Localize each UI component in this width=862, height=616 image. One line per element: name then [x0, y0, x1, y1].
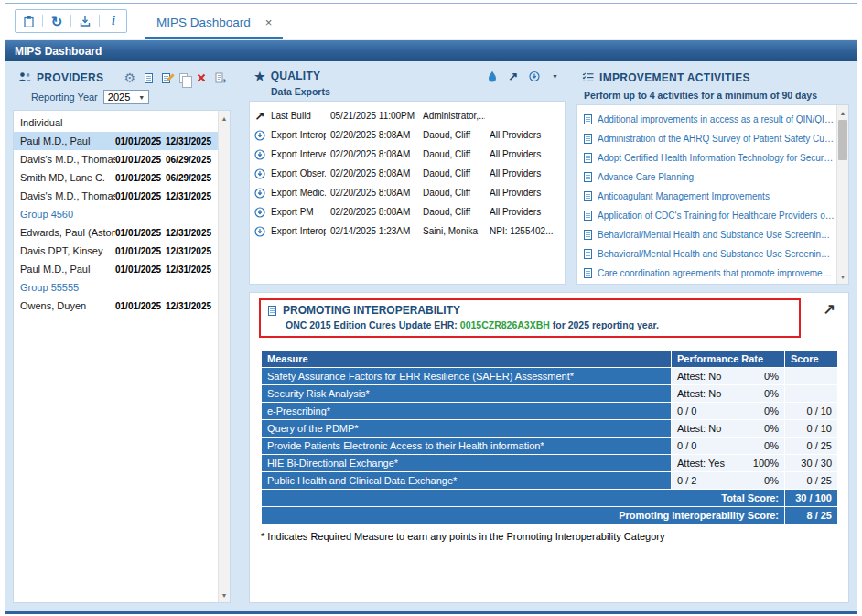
providers-scrollbar[interactable]: ▲ ▼	[218, 111, 230, 602]
export-row[interactable]: Export Interve... 02/20/2025 8:08AM Daou…	[253, 145, 561, 164]
measure-pct: 0%	[764, 423, 779, 434]
toolbar-separator	[99, 15, 100, 27]
export-name: Export Obser...	[271, 168, 326, 178]
activity-item[interactable]: Adopt Certified Health Information Techn…	[584, 148, 835, 168]
activity-item[interactable]: Behavioral/Mental Health and Substance U…	[584, 244, 835, 264]
provider-group-row[interactable]: Group 55555	[14, 278, 218, 297]
delete-x-icon[interactable]	[197, 73, 206, 82]
export-icon	[253, 130, 266, 141]
export-row[interactable]: Export PM 02/20/2025 8:08AM Daoud, Cliff…	[253, 202, 561, 222]
export-date: 02/20/2025 8:08AM	[330, 207, 418, 217]
ehr-line-prefix: ONC 2015 Edition Cures Update EHR:	[286, 319, 458, 330]
measure-rate: Attest: No	[677, 371, 721, 382]
activities-scrollbar[interactable]: ▲ ▼	[836, 105, 848, 284]
activity-link: Application of CDC's Training for Health…	[598, 211, 835, 221]
tab-mips-dashboard[interactable]: MIPS Dashboard ×	[145, 8, 283, 39]
provider-row-selected[interactable]: Paul M.D., Paul 01/01/2025 12/31/2025	[14, 132, 218, 150]
reporting-year-select[interactable]: 2025 ▼	[103, 90, 149, 104]
activity-item[interactable]: Application of CDC's Training for Health…	[584, 206, 835, 225]
col-score: Score	[785, 351, 838, 368]
report-icon[interactable]	[215, 72, 227, 83]
scroll-up-icon[interactable]: ▲	[837, 106, 848, 119]
activity-item[interactable]: Advance Care Planning	[584, 168, 835, 187]
provider-name: Paul M.D., Paul	[20, 264, 115, 275]
new-document-icon[interactable]	[145, 73, 153, 83]
clipboard-icon[interactable]	[21, 14, 36, 28]
measure-rate: 0 / 0	[677, 440, 696, 451]
export-row[interactable]: Export Interop... 02/14/2025 1:23AM Sain…	[253, 222, 561, 241]
scrollbar-thumb[interactable]	[838, 120, 847, 160]
activity-link: Anticoagulant Management Improvements	[598, 191, 770, 201]
provider-name: Individual	[20, 117, 115, 128]
provider-row[interactable]: Owens, Duyen 01/01/2025 12/31/2025	[14, 297, 218, 315]
activity-item[interactable]: Care coordination agreements that promot…	[584, 264, 835, 283]
provider-start-date: 01/01/2025	[115, 301, 166, 311]
provider-row[interactable]: Davis's M.D., Thomas 01/01/2025 06/29/20…	[14, 150, 218, 168]
export-scope: All Providers	[490, 168, 561, 178]
measure-score: 0 / 25	[785, 472, 838, 490]
provider-end-date: 06/29/2025	[166, 173, 216, 183]
droplet-icon[interactable]	[488, 70, 497, 82]
expand-arrow-icon[interactable]: ↗	[508, 70, 518, 82]
measure-name: Provide Patients Electronic Access to th…	[262, 438, 672, 455]
export-scope: All Providers	[490, 207, 561, 217]
pi-measure-row: Security Risk Analysis* Attest: No0%	[262, 385, 838, 403]
provider-start-date: 01/01/2025	[115, 155, 166, 165]
quality-subtitle: Data Exports	[249, 86, 566, 101]
info-icon[interactable]: i	[106, 14, 121, 28]
export-row[interactable]: Export Obser... 02/20/2025 8:08AM Daoud,…	[253, 164, 561, 183]
measure-pct: 100%	[753, 458, 779, 469]
scroll-up-icon[interactable]: ▲	[219, 112, 230, 124]
activity-link: Adopt Certified Health Information Techn…	[598, 153, 835, 163]
export-name: Export Interop...	[271, 130, 326, 140]
col-measure: Measure	[262, 351, 672, 368]
scroll-down-icon[interactable]: ▼	[219, 589, 230, 601]
export-icon	[253, 168, 266, 179]
provider-end-date: 12/31/2025	[166, 136, 216, 146]
export-menu-icon[interactable]	[529, 70, 541, 82]
chevron-down-icon[interactable]: ▼	[552, 73, 558, 80]
export-row[interactable]: Export Interop... 02/20/2025 8:08AM Daou…	[253, 125, 561, 145]
expand-arrow-icon[interactable]: ↗	[824, 302, 835, 317]
provider-row[interactable]: Paul M.D., Paul 01/01/2025 12/31/2025	[14, 260, 218, 278]
export-row[interactable]: Export Medic... 02/20/2025 8:08AM Daoud,…	[253, 183, 561, 202]
provider-row[interactable]: Davis's M.D., Thomas 01/01/2025 12/31/20…	[14, 187, 218, 205]
activity-link: Advance Care Planning	[598, 172, 694, 182]
promoting-interoperability-panel: PROMOTING INTEROPERABILITY ONC 2015 Edit…	[249, 292, 849, 603]
improvement-activities-header: IMPROVEMENT ACTIVITIES	[576, 67, 849, 90]
right-column: ★ QUALITY ↗ ▼ Data Exports ↗ La	[249, 67, 849, 603]
pi-footnote: * Indicates Required Measure to earn any…	[261, 531, 839, 542]
refresh-icon[interactable]: ↻	[49, 14, 64, 28]
activity-item[interactable]: Additional improvements in access as a r…	[584, 110, 835, 129]
measure-rate: Attest: Yes	[677, 458, 725, 469]
measure-name: Security Risk Analysis*	[262, 385, 672, 403]
total-score-value: 30 / 100	[785, 490, 838, 507]
gear-icon[interactable]: ⚙	[124, 71, 135, 84]
activity-item[interactable]: Behavioral/Mental Health and Substance U…	[584, 225, 835, 244]
document-icon	[584, 114, 592, 124]
promoting-interoperability-title: PROMOTING INTEROPERABILITY	[283, 304, 460, 317]
measure-name: Public Health and Clinical Data Exchange…	[262, 472, 672, 490]
improvement-activities-panel: IMPROVEMENT ACTIVITIES Perform up to 4 a…	[576, 67, 849, 285]
export-user: Administrator,...	[423, 111, 485, 121]
activity-item[interactable]: Administration of the AHRQ Survey of Pat…	[584, 129, 835, 148]
measure-score	[785, 368, 838, 385]
provider-section-row[interactable]: Individual	[14, 113, 218, 132]
download-icon[interactable]	[78, 14, 92, 28]
provider-row[interactable]: Davis DPT, Kinsey 01/01/2025 12/31/2025	[14, 242, 218, 260]
star-icon: ★	[254, 70, 265, 82]
measure-score: 0 / 10	[785, 420, 838, 438]
provider-row[interactable]: Edwards, Paul (Aston) 01/01/2025 12/31/2…	[14, 223, 218, 242]
tab-close-icon[interactable]: ×	[265, 16, 273, 29]
quality-panel: ★ QUALITY ↗ ▼ Data Exports ↗ La	[249, 67, 566, 285]
provider-group-row[interactable]: Group 4560	[14, 205, 218, 223]
export-row[interactable]: ↗ Last Build 05/21/2025 11:00PM Administ…	[253, 106, 561, 125]
provider-row[interactable]: Smith MD, Lane C. 01/01/2025 06/29/2025	[14, 168, 218, 187]
pi-measure-row: e-Prescribing* 0 / 00% 0 / 10	[262, 403, 838, 420]
scroll-down-icon[interactable]: ▼	[837, 270, 848, 283]
edit-icon[interactable]	[162, 73, 170, 83]
copy-icon[interactable]	[179, 73, 188, 83]
activity-item[interactable]: Anticoagulant Management Improvements	[584, 187, 835, 206]
pi-measure-row: Provide Patients Electronic Access to th…	[262, 438, 838, 455]
export-scope: NPI: 1255402...	[490, 226, 561, 236]
